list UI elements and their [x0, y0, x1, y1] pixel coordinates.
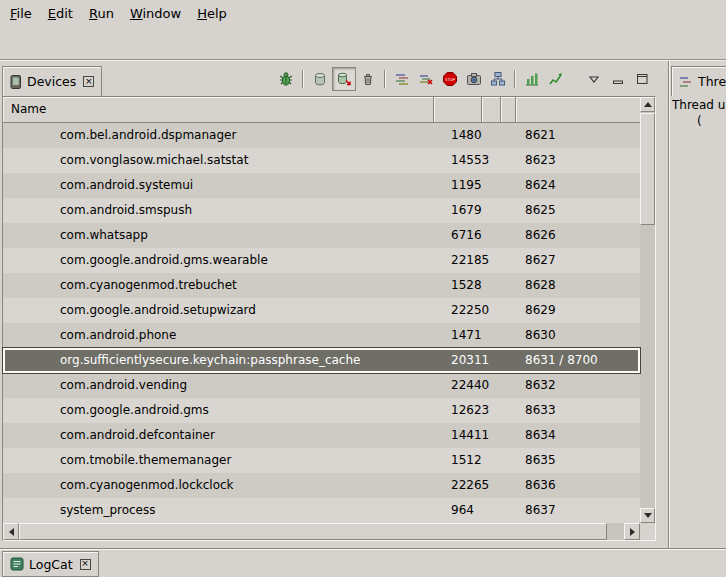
close-icon[interactable]	[80, 559, 91, 570]
horizontal-scroll-thumb[interactable]	[19, 523, 607, 540]
scroll-right-button[interactable]	[624, 523, 640, 540]
device-row[interactable]: com.vonglasow.michael.satstat145538623	[3, 148, 640, 173]
update-heap-icon[interactable]	[308, 67, 332, 91]
device-row[interactable]: com.android.phone14718630	[3, 323, 640, 348]
screen-capture-icon[interactable]	[462, 67, 486, 91]
update-threads-icon[interactable]	[390, 67, 414, 91]
scrollbar-corner	[640, 523, 655, 540]
toolbar-separator	[384, 70, 386, 88]
process-port: 8626	[525, 223, 556, 248]
debug-icon[interactable]	[274, 67, 298, 91]
process-port: 8632	[525, 373, 556, 398]
device-row[interactable]: com.android.vending224408632	[3, 373, 640, 398]
device-row[interactable]: com.google.android.gms126238633	[3, 398, 640, 423]
process-pid: 22265	[451, 473, 489, 498]
arrow-up-icon	[644, 102, 652, 107]
process-port: 8628	[525, 273, 556, 298]
scroll-up-button[interactable]	[640, 97, 655, 112]
horizontal-scrollbar[interactable]	[3, 523, 640, 540]
process-pid: 1480	[451, 123, 482, 148]
process-port: 8637	[525, 498, 556, 523]
view-hierarchy-icon[interactable]	[486, 67, 510, 91]
column-divider[interactable]	[433, 97, 435, 122]
menu-file[interactable]: File	[2, 3, 40, 24]
device-row-selected[interactable]: org.sufficientlysecure.keychain:passphra…	[3, 348, 640, 373]
device-row[interactable]: com.google.android.gms.wearable221858627	[3, 248, 640, 273]
stop-process-icon[interactable]: STOP	[438, 67, 462, 91]
column-divider[interactable]	[515, 97, 517, 122]
column-divider[interactable]	[500, 97, 502, 122]
tab-threads[interactable]: Threads	[671, 66, 726, 96]
panel-sash[interactable]	[658, 61, 668, 548]
device-row[interactable]: com.cyanogenmod.trebuchet15288628	[3, 273, 640, 298]
column-divider[interactable]	[481, 97, 483, 122]
tab-logcat-label: LogCat	[29, 557, 73, 572]
process-port: 8621	[525, 123, 556, 148]
process-pid: 20311	[451, 348, 489, 373]
view-menu-icon[interactable]	[582, 67, 606, 91]
device-row[interactable]: system_process9648637	[3, 498, 640, 523]
threads-message-cont: (	[697, 114, 702, 128]
device-row[interactable]: com.android.smspush16798625	[3, 198, 640, 223]
process-name: org.sufficientlysecure.keychain:passphra…	[60, 348, 360, 373]
table-header-row: Name	[3, 97, 640, 123]
process-port: 8630	[525, 323, 556, 348]
arrow-down-icon	[644, 513, 652, 518]
menu-run[interactable]: Run	[81, 3, 122, 24]
menu-window[interactable]: Window	[122, 3, 189, 24]
device-row[interactable]: com.android.defcontainer144118634	[3, 423, 640, 448]
device-row[interactable]: com.google.android.setupwizard222508629	[3, 298, 640, 323]
method-profiling-icon[interactable]	[414, 67, 438, 91]
thread-graph-icon[interactable]	[544, 67, 568, 91]
scroll-down-button[interactable]	[640, 508, 655, 523]
process-port: 8625	[525, 198, 556, 223]
menu-help[interactable]: Help	[189, 3, 235, 24]
heap-columns-icon[interactable]	[520, 67, 544, 91]
process-name: system_process	[60, 498, 156, 523]
devices-panel-header: Devices	[0, 61, 658, 96]
device-row[interactable]: com.bel.android.dspmanager14808621	[3, 123, 640, 148]
app-window: { "menubar": { "items": [ {"label": "Fil…	[0, 0, 726, 577]
process-pid: 1528	[451, 273, 482, 298]
device-row[interactable]: com.android.systemui11958624	[3, 173, 640, 198]
process-port: 8633	[525, 398, 556, 423]
device-row[interactable]: com.whatsapp67168626	[3, 223, 640, 248]
toolbar-separator	[514, 70, 516, 88]
process-pid: 1195	[451, 173, 482, 198]
dump-hprof-icon[interactable]	[332, 67, 356, 91]
process-name: com.android.systemui	[60, 173, 193, 198]
process-port: 8635	[525, 448, 556, 473]
threads-panel: Threads Thread up (	[668, 61, 726, 548]
cause-gc-icon[interactable]	[356, 67, 380, 91]
process-name: com.google.android.gms	[60, 398, 209, 423]
tab-devices[interactable]: Devices	[2, 66, 102, 96]
minimize-icon[interactable]	[606, 67, 630, 91]
process-pid: 22440	[451, 373, 489, 398]
menubar: File Edit Run Window Help	[0, 0, 726, 27]
process-name: com.android.defcontainer	[60, 423, 215, 448]
devices-table: Name com.bel.android.dspmanager14808621c…	[2, 96, 656, 541]
process-pid: 6716	[451, 223, 482, 248]
vertical-scrollbar[interactable]	[640, 97, 655, 523]
menu-edit[interactable]: Edit	[40, 3, 81, 24]
device-row[interactable]: com.cyanogenmod.lockclock222658636	[3, 473, 640, 498]
maximize-icon[interactable]	[630, 67, 654, 91]
logcat-icon	[10, 557, 24, 571]
process-name: com.vonglasow.michael.satstat	[60, 148, 248, 173]
tab-logcat[interactable]: LogCat	[2, 551, 99, 577]
scroll-left-button[interactable]	[3, 523, 19, 540]
process-port: 8627	[525, 248, 556, 273]
device-row[interactable]: com.tmobile.thememanager15128635	[3, 448, 640, 473]
devices-panel: Devices	[0, 61, 658, 548]
column-header-name[interactable]: Name	[3, 97, 46, 122]
process-name: com.bel.android.dspmanager	[60, 123, 236, 148]
process-pid: 22250	[451, 298, 489, 323]
close-icon[interactable]	[83, 76, 94, 87]
process-port: 8631 / 8700	[525, 348, 598, 373]
threads-message: Thread up	[672, 98, 726, 112]
process-pid: 14553	[451, 148, 489, 173]
vertical-scroll-thumb[interactable]	[640, 113, 655, 225]
process-name: com.tmobile.thememanager	[60, 448, 231, 473]
tab-devices-label: Devices	[27, 74, 76, 89]
tab-threads-label: Threads	[698, 74, 726, 89]
